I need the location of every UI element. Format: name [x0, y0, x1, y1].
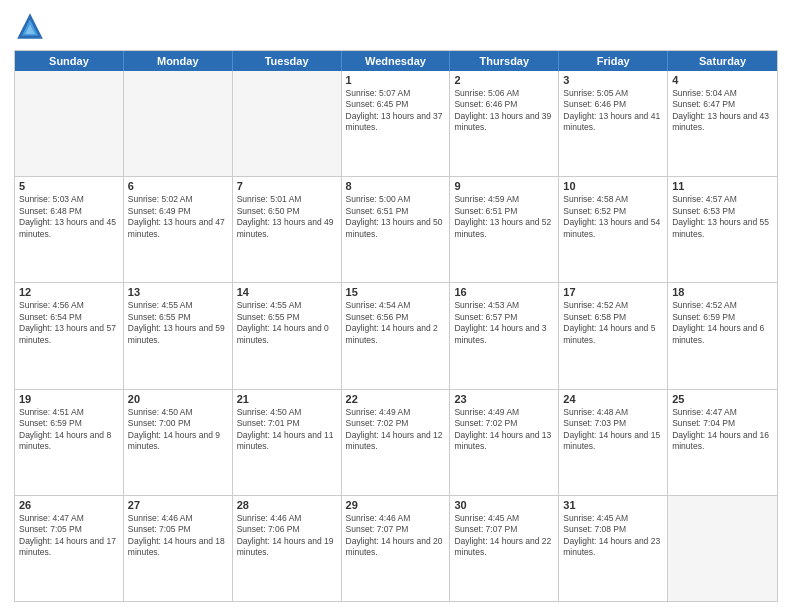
day-info: Sunrise: 4:45 AM Sunset: 7:07 PM Dayligh… — [454, 513, 554, 559]
day-number: 23 — [454, 393, 554, 405]
day-info: Sunrise: 5:06 AM Sunset: 6:46 PM Dayligh… — [454, 88, 554, 134]
day-info: Sunrise: 4:52 AM Sunset: 6:59 PM Dayligh… — [672, 300, 773, 346]
calendar-row-1: 5Sunrise: 5:03 AM Sunset: 6:48 PM Daylig… — [15, 176, 777, 282]
page: SundayMondayTuesdayWednesdayThursdayFrid… — [0, 0, 792, 612]
day-cell-27: 27Sunrise: 4:46 AM Sunset: 7:05 PM Dayli… — [124, 496, 233, 601]
day-number: 24 — [563, 393, 663, 405]
day-cell-7: 7Sunrise: 5:01 AM Sunset: 6:50 PM Daylig… — [233, 177, 342, 282]
day-cell-17: 17Sunrise: 4:52 AM Sunset: 6:58 PM Dayli… — [559, 283, 668, 388]
calendar-row-2: 12Sunrise: 4:56 AM Sunset: 6:54 PM Dayli… — [15, 282, 777, 388]
day-number: 8 — [346, 180, 446, 192]
day-cell-11: 11Sunrise: 4:57 AM Sunset: 6:53 PM Dayli… — [668, 177, 777, 282]
day-number: 22 — [346, 393, 446, 405]
day-cell-19: 19Sunrise: 4:51 AM Sunset: 6:59 PM Dayli… — [15, 390, 124, 495]
day-cell-6: 6Sunrise: 5:02 AM Sunset: 6:49 PM Daylig… — [124, 177, 233, 282]
day-cell-30: 30Sunrise: 4:45 AM Sunset: 7:07 PM Dayli… — [450, 496, 559, 601]
empty-cell — [124, 71, 233, 176]
day-info: Sunrise: 5:07 AM Sunset: 6:45 PM Dayligh… — [346, 88, 446, 134]
day-number: 6 — [128, 180, 228, 192]
header-day-wednesday: Wednesday — [342, 51, 451, 71]
day-number: 13 — [128, 286, 228, 298]
day-cell-21: 21Sunrise: 4:50 AM Sunset: 7:01 PM Dayli… — [233, 390, 342, 495]
calendar-row-4: 26Sunrise: 4:47 AM Sunset: 7:05 PM Dayli… — [15, 495, 777, 601]
day-info: Sunrise: 4:53 AM Sunset: 6:57 PM Dayligh… — [454, 300, 554, 346]
day-cell-28: 28Sunrise: 4:46 AM Sunset: 7:06 PM Dayli… — [233, 496, 342, 601]
day-info: Sunrise: 4:46 AM Sunset: 7:05 PM Dayligh… — [128, 513, 228, 559]
day-info: Sunrise: 4:47 AM Sunset: 7:04 PM Dayligh… — [672, 407, 773, 453]
day-info: Sunrise: 4:45 AM Sunset: 7:08 PM Dayligh… — [563, 513, 663, 559]
calendar-row-3: 19Sunrise: 4:51 AM Sunset: 6:59 PM Dayli… — [15, 389, 777, 495]
day-info: Sunrise: 5:00 AM Sunset: 6:51 PM Dayligh… — [346, 194, 446, 240]
day-number: 18 — [672, 286, 773, 298]
day-info: Sunrise: 4:57 AM Sunset: 6:53 PM Dayligh… — [672, 194, 773, 240]
day-number: 4 — [672, 74, 773, 86]
day-info: Sunrise: 4:46 AM Sunset: 7:07 PM Dayligh… — [346, 513, 446, 559]
day-number: 1 — [346, 74, 446, 86]
day-number: 20 — [128, 393, 228, 405]
day-cell-10: 10Sunrise: 4:58 AM Sunset: 6:52 PM Dayli… — [559, 177, 668, 282]
day-cell-31: 31Sunrise: 4:45 AM Sunset: 7:08 PM Dayli… — [559, 496, 668, 601]
calendar-row-0: 1Sunrise: 5:07 AM Sunset: 6:45 PM Daylig… — [15, 71, 777, 176]
day-info: Sunrise: 4:46 AM Sunset: 7:06 PM Dayligh… — [237, 513, 337, 559]
day-info: Sunrise: 4:51 AM Sunset: 6:59 PM Dayligh… — [19, 407, 119, 453]
day-info: Sunrise: 5:04 AM Sunset: 6:47 PM Dayligh… — [672, 88, 773, 134]
calendar-header: SundayMondayTuesdayWednesdayThursdayFrid… — [15, 51, 777, 71]
day-number: 17 — [563, 286, 663, 298]
day-cell-12: 12Sunrise: 4:56 AM Sunset: 6:54 PM Dayli… — [15, 283, 124, 388]
header-day-friday: Friday — [559, 51, 668, 71]
day-info: Sunrise: 5:01 AM Sunset: 6:50 PM Dayligh… — [237, 194, 337, 240]
day-cell-9: 9Sunrise: 4:59 AM Sunset: 6:51 PM Daylig… — [450, 177, 559, 282]
day-number: 15 — [346, 286, 446, 298]
day-cell-16: 16Sunrise: 4:53 AM Sunset: 6:57 PM Dayli… — [450, 283, 559, 388]
day-cell-18: 18Sunrise: 4:52 AM Sunset: 6:59 PM Dayli… — [668, 283, 777, 388]
calendar: SundayMondayTuesdayWednesdayThursdayFrid… — [14, 50, 778, 602]
day-cell-25: 25Sunrise: 4:47 AM Sunset: 7:04 PM Dayli… — [668, 390, 777, 495]
day-info: Sunrise: 4:50 AM Sunset: 7:01 PM Dayligh… — [237, 407, 337, 453]
day-number: 10 — [563, 180, 663, 192]
header-day-monday: Monday — [124, 51, 233, 71]
day-number: 31 — [563, 499, 663, 511]
day-number: 14 — [237, 286, 337, 298]
day-info: Sunrise: 4:49 AM Sunset: 7:02 PM Dayligh… — [346, 407, 446, 453]
day-cell-1: 1Sunrise: 5:07 AM Sunset: 6:45 PM Daylig… — [342, 71, 451, 176]
header-day-tuesday: Tuesday — [233, 51, 342, 71]
day-info: Sunrise: 4:58 AM Sunset: 6:52 PM Dayligh… — [563, 194, 663, 240]
day-number: 30 — [454, 499, 554, 511]
day-info: Sunrise: 5:02 AM Sunset: 6:49 PM Dayligh… — [128, 194, 228, 240]
empty-cell — [233, 71, 342, 176]
day-number: 27 — [128, 499, 228, 511]
day-cell-23: 23Sunrise: 4:49 AM Sunset: 7:02 PM Dayli… — [450, 390, 559, 495]
day-info: Sunrise: 4:52 AM Sunset: 6:58 PM Dayligh… — [563, 300, 663, 346]
day-info: Sunrise: 5:03 AM Sunset: 6:48 PM Dayligh… — [19, 194, 119, 240]
day-number: 19 — [19, 393, 119, 405]
day-info: Sunrise: 4:47 AM Sunset: 7:05 PM Dayligh… — [19, 513, 119, 559]
day-cell-29: 29Sunrise: 4:46 AM Sunset: 7:07 PM Dayli… — [342, 496, 451, 601]
day-number: 16 — [454, 286, 554, 298]
day-number: 21 — [237, 393, 337, 405]
header — [14, 10, 778, 42]
day-info: Sunrise: 4:54 AM Sunset: 6:56 PM Dayligh… — [346, 300, 446, 346]
day-cell-22: 22Sunrise: 4:49 AM Sunset: 7:02 PM Dayli… — [342, 390, 451, 495]
day-number: 7 — [237, 180, 337, 192]
day-info: Sunrise: 4:55 AM Sunset: 6:55 PM Dayligh… — [237, 300, 337, 346]
header-day-sunday: Sunday — [15, 51, 124, 71]
day-number: 26 — [19, 499, 119, 511]
day-cell-2: 2Sunrise: 5:06 AM Sunset: 6:46 PM Daylig… — [450, 71, 559, 176]
day-cell-3: 3Sunrise: 5:05 AM Sunset: 6:46 PM Daylig… — [559, 71, 668, 176]
day-cell-4: 4Sunrise: 5:04 AM Sunset: 6:47 PM Daylig… — [668, 71, 777, 176]
day-number: 5 — [19, 180, 119, 192]
empty-cell — [668, 496, 777, 601]
day-info: Sunrise: 4:48 AM Sunset: 7:03 PM Dayligh… — [563, 407, 663, 453]
day-info: Sunrise: 4:55 AM Sunset: 6:55 PM Dayligh… — [128, 300, 228, 346]
day-cell-26: 26Sunrise: 4:47 AM Sunset: 7:05 PM Dayli… — [15, 496, 124, 601]
day-number: 28 — [237, 499, 337, 511]
header-day-saturday: Saturday — [668, 51, 777, 71]
day-number: 29 — [346, 499, 446, 511]
day-cell-15: 15Sunrise: 4:54 AM Sunset: 6:56 PM Dayli… — [342, 283, 451, 388]
day-info: Sunrise: 5:05 AM Sunset: 6:46 PM Dayligh… — [563, 88, 663, 134]
day-info: Sunrise: 4:49 AM Sunset: 7:02 PM Dayligh… — [454, 407, 554, 453]
day-cell-20: 20Sunrise: 4:50 AM Sunset: 7:00 PM Dayli… — [124, 390, 233, 495]
day-info: Sunrise: 4:56 AM Sunset: 6:54 PM Dayligh… — [19, 300, 119, 346]
day-number: 3 — [563, 74, 663, 86]
day-info: Sunrise: 4:50 AM Sunset: 7:00 PM Dayligh… — [128, 407, 228, 453]
